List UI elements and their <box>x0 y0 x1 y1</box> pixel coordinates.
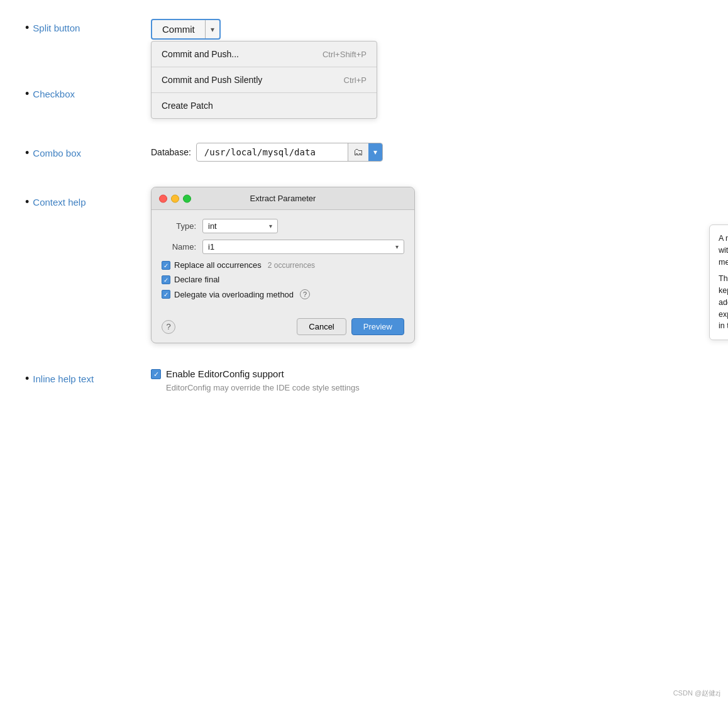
dialog-cb-2[interactable] <box>162 290 170 299</box>
dropdown-item-label-1: Commit and Push Silently <box>162 75 262 85</box>
dialog-body: Type: int ▾ Name: i1 ▾ <box>152 210 414 313</box>
dialog-titlebar: Extract Parameter <box>152 187 414 210</box>
combo-box-label: Combo box <box>33 148 81 158</box>
split-button-dropdown: Commit and Push... Ctrl+Shift+P Commit a… <box>151 41 377 119</box>
dialog-cb-note-0: 2 occurrences <box>268 261 315 270</box>
inline-help-description: EditorConfig may override the IDE code s… <box>166 383 703 392</box>
combo-input-wrapper: 🗂 ▾ <box>196 143 383 162</box>
name-row: Name: i1 ▾ <box>162 240 404 254</box>
name-label: Name: <box>162 242 196 252</box>
tooltip-paragraph-1: A new overloading method will be created… <box>719 233 728 268</box>
context-help-tooltip: A new overloading method will be created… <box>709 224 728 340</box>
dialog-footer: ? Cancel Preview <box>152 313 414 343</box>
tooltip-paragraph-2: The method with the old signature will b… <box>719 273 728 332</box>
context-help-label: Context help <box>33 197 85 208</box>
bullet-dot-inline: • <box>25 372 29 385</box>
context-help-question-icon[interactable]: ? <box>300 289 310 299</box>
inline-help-checkbox[interactable] <box>151 369 161 379</box>
type-value: int <box>208 221 217 231</box>
type-select-arrow: ▾ <box>269 223 272 230</box>
preview-button[interactable]: Preview <box>351 318 404 335</box>
bullet-dot-split: • <box>25 21 29 35</box>
extract-parameter-dialog: Extract Parameter Type: int ▾ Name: <box>151 187 415 343</box>
split-button-label: Split button <box>33 23 80 33</box>
inline-help-checkbox-row: Enable EditorConfig support <box>151 368 703 379</box>
dropdown-item-label-0: Commit and Push... <box>162 49 239 59</box>
bullet-dot-checkbox: • <box>25 87 29 101</box>
checkbox-label: Checkbox <box>33 89 75 99</box>
traffic-lights <box>159 194 191 202</box>
dialog-cb-row-0: Replace all occurrences 2 occurrences <box>162 260 404 270</box>
dropdown-item-commit-push-silently[interactable]: Commit and Push Silently Ctrl+P <box>152 67 377 93</box>
dialog-cb-label-0: Replace all occurrences <box>174 260 262 270</box>
dropdown-item-commit-push[interactable]: Commit and Push... Ctrl+Shift+P <box>152 42 377 67</box>
folder-icon: 🗂 <box>353 147 363 158</box>
dialog-title: Extract Parameter <box>250 194 316 203</box>
combo-input[interactable] <box>197 143 348 161</box>
name-dropdown-arrow: ▾ <box>395 243 399 250</box>
inline-help-checkbox-label: Enable EditorConfig support <box>166 368 284 379</box>
split-button[interactable]: Commit ▾ <box>151 19 221 40</box>
dropdown-item-label-2: Create Patch <box>162 101 213 111</box>
cancel-button[interactable]: Cancel <box>297 318 346 335</box>
dialog-cb-row-1: Declare final <box>162 275 404 284</box>
inline-help-label: Inline help text <box>33 374 94 384</box>
dialog-cb-label-2: Delegate via overloading method <box>174 290 294 299</box>
minimize-traffic-light[interactable] <box>171 194 179 202</box>
combo-field-label: Database: <box>151 147 191 157</box>
chevron-down-icon: ▾ <box>211 25 214 34</box>
name-value: i1 <box>208 242 214 252</box>
dropdown-item-create-patch[interactable]: Create Patch <box>152 93 377 118</box>
maximize-traffic-light[interactable] <box>183 194 191 202</box>
commit-button[interactable]: Commit <box>152 20 205 38</box>
dropdown-item-shortcut-0: Ctrl+Shift+P <box>323 50 367 59</box>
combo-folder-button[interactable]: 🗂 <box>348 143 368 161</box>
split-button-arrow[interactable]: ▾ <box>205 20 219 38</box>
bullet-dot-context: • <box>25 196 29 209</box>
combo-box-row: Database: 🗂 ▾ <box>151 143 703 162</box>
dialog-cb-0[interactable] <box>162 261 170 270</box>
bullet-dot-combo: • <box>25 147 29 160</box>
dialog-cb-1[interactable] <box>162 275 170 284</box>
close-traffic-light[interactable] <box>159 194 167 202</box>
type-select[interactable]: int ▾ <box>202 219 278 233</box>
dialog-cb-row-2: Delegate via overloading method ? <box>162 289 404 299</box>
watermark: CSDN @赵健zj <box>673 689 720 698</box>
type-row: Type: int ▾ <box>162 219 404 233</box>
dialog-cb-label-1: Declare final <box>174 275 219 284</box>
combo-dropdown-button[interactable]: ▾ <box>368 143 382 161</box>
dialog-help-button[interactable]: ? <box>162 320 175 334</box>
type-label: Type: <box>162 221 196 231</box>
combo-chevron-down-icon: ▾ <box>373 148 377 157</box>
name-input[interactable]: i1 ▾ <box>202 240 404 254</box>
dropdown-item-shortcut-1: Ctrl+P <box>344 75 367 85</box>
